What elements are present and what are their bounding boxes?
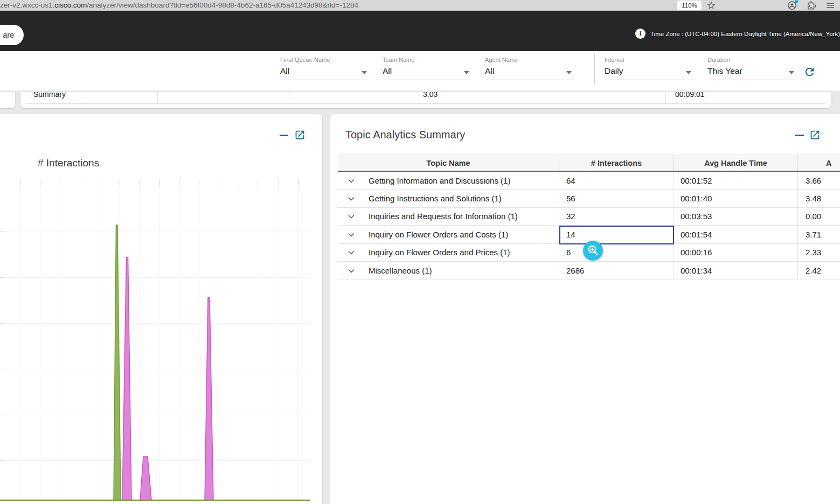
filter-value: All (280, 66, 369, 76)
open-in-new-window-icon[interactable] (294, 129, 306, 141)
expand-chevron-icon[interactable] (348, 230, 355, 239)
zoom-cursor-icon (583, 241, 603, 261)
filter-team-name[interactable]: Team NameAll (383, 57, 471, 80)
browser-zoom-badge[interactable]: 110% (677, 1, 702, 10)
filter-agent-name[interactable]: Agent NameAll (485, 57, 574, 80)
interactions-cell[interactable]: 2686 (559, 262, 674, 279)
profile-sync-dot (795, 0, 798, 3)
chevron-down-icon[interactable] (464, 71, 469, 74)
metric-cell[interactable]: 2.42 (798, 262, 840, 279)
column-header-cutoff[interactable]: A (798, 155, 840, 171)
refresh-icon[interactable] (803, 66, 816, 78)
expand-chevron-icon[interactable] (348, 176, 355, 185)
interactions-area-chart[interactable] (0, 179, 322, 504)
topic-name-text: Miscellaneous (1) (369, 266, 432, 275)
summary-cell (289, 92, 419, 104)
summary-cell (158, 92, 289, 104)
extensions-puzzle-icon[interactable] (807, 1, 816, 10)
expand-chevron-icon[interactable] (348, 212, 355, 221)
chevron-down-icon[interactable] (789, 71, 794, 74)
filter-duration[interactable]: DurationThis Year (707, 57, 796, 80)
metric-cell[interactable]: 3.48 (798, 190, 840, 207)
metric-cell[interactable]: 3.66 (798, 172, 840, 189)
interactions-chart-panel: # Interactions (0, 114, 322, 504)
panel-title: Topic Analytics Summary (345, 129, 465, 141)
column-header-avg-handle-time[interactable]: Avg Handle Time (674, 155, 798, 171)
table-row[interactable]: Miscellaneous (1)268600:01:342.42 (338, 262, 840, 279)
interactions-cell[interactable]: 56 (559, 190, 674, 207)
interactions-cell[interactable]: 64 (559, 172, 674, 189)
summary-cell: 00:09:01 (666, 92, 826, 104)
table-row[interactable]: Getting Information and Discussions (1)6… (338, 172, 840, 190)
topic-name-cell[interactable]: Getting Information and Discussions (1) (338, 172, 559, 189)
filter-label: Duration (707, 57, 796, 63)
url-text[interactable]: zer-v2.wxcc-us1.cisco.com/analyzer/view/… (0, 1, 358, 9)
filter-final-queue-name[interactable]: Final Queue NameAll (280, 57, 369, 80)
topic-name-cell[interactable]: Inquiries and Requests for Information (… (338, 208, 559, 225)
browser-address-bar: zer-v2.wxcc-us1.cisco.com/analyzer/view/… (0, 0, 840, 11)
magenta-series-spike[interactable] (140, 457, 151, 500)
topic-name-cell[interactable]: Inquiry on Flower Orders and Prices (1) (338, 244, 559, 261)
filter-toolbar: Final Queue NameAllTeam NameAllAgent Nam… (0, 51, 840, 90)
filter-value: This Year (707, 66, 796, 76)
chevron-down-icon[interactable] (362, 71, 367, 74)
chart-title: # Interactions (38, 157, 99, 169)
chevron-down-icon[interactable] (686, 71, 691, 74)
expand-chevron-icon[interactable] (348, 248, 355, 257)
summary-cell: 3.03 (419, 92, 666, 104)
metric-cell[interactable]: 3.71 (798, 226, 840, 243)
topic-analytics-table: Topic Name # Interactions Avg Handle Tim… (338, 155, 840, 279)
topic-name-text: Inquiry on Flower Orders and Prices (1) (369, 248, 510, 257)
avg-handle-time-cell[interactable]: 00:01:54 (674, 226, 798, 243)
metric-cell[interactable]: 0.00 (798, 208, 840, 225)
magenta-series-spike[interactable] (122, 257, 131, 500)
avg-handle-time-cell[interactable]: 00:01:52 (674, 172, 798, 189)
topic-name-cell[interactable]: Miscellaneous (1) (338, 262, 559, 279)
share-tab-button[interactable]: are (0, 25, 24, 45)
filter-label: Final Queue Name (280, 57, 369, 63)
column-header-topic-name[interactable]: Topic Name (338, 155, 559, 171)
chevron-down-icon[interactable] (566, 71, 572, 74)
topic-name-text: Getting Instructions and Solutions (1) (369, 194, 502, 203)
topic-name-cell[interactable]: Inquiry on Flower Orders and Costs (1) (338, 226, 559, 243)
topic-name-text: Inquiry on Flower Orders and Costs (1) (369, 230, 508, 239)
avg-handle-time-cell[interactable]: 00:01:40 (674, 190, 798, 207)
filter-value: Daily (605, 66, 693, 76)
topic-name-text: Inquiries and Requests for Information (… (369, 212, 518, 221)
summary-table-row: Summary3.0300:09:01 (26, 92, 826, 104)
app-header-bar: are i Time Zone : (UTC-04:00) Eastern Da… (0, 11, 840, 51)
avg-handle-time-cell[interactable]: 00:01:34 (674, 262, 798, 279)
open-in-new-window-icon[interactable] (809, 129, 821, 141)
avg-handle-time-cell[interactable]: 00:00:16 (674, 244, 798, 261)
bookmark-star-icon[interactable] (706, 1, 716, 10)
minimize-icon[interactable] (280, 135, 288, 136)
minimize-icon[interactable] (795, 135, 804, 136)
topic-name-cell[interactable]: Getting Instructions and Solutions (1) (338, 190, 559, 207)
info-icon: i (635, 29, 645, 39)
interactions-cell[interactable]: 6 (559, 244, 674, 261)
summary-cell: Summary (26, 92, 158, 104)
avg-handle-time-cell[interactable]: 00:03:53 (674, 208, 798, 225)
browser-menu-icon[interactable] (825, 1, 835, 10)
table-header-row: Topic Name # Interactions Avg Handle Tim… (338, 155, 840, 172)
timezone-text: Time Zone : (UTC-04:00) Eastern Daylight… (650, 31, 840, 37)
summary-table-panel: Summary3.0300:09:01 (20, 92, 831, 108)
interactions-cell[interactable]: 32 (559, 208, 674, 225)
expand-chevron-icon[interactable] (348, 266, 355, 275)
browser-profile-icon[interactable] (787, 1, 797, 10)
clipped-widget-corner (0, 92, 15, 108)
table-row[interactable]: Getting Instructions and Solutions (1)56… (338, 190, 840, 207)
table-row[interactable]: Inquiries and Requests for Information (… (338, 208, 840, 226)
filter-value: All (485, 66, 574, 76)
topic-name-text: Getting Information and Discussions (1) (369, 176, 510, 185)
filter-interval[interactable]: IntervalDaily (605, 57, 693, 80)
magenta-series-spike[interactable] (205, 297, 213, 500)
interactions-cell[interactable]: 14 (559, 226, 674, 243)
expand-chevron-icon[interactable] (348, 194, 355, 203)
column-header-interactions[interactable]: # Interactions (559, 155, 674, 171)
filter-label: Interval (605, 57, 693, 63)
topic-analytics-panel: Topic Analytics Summary Topic Name # Int… (330, 114, 840, 504)
filter-label: Team Name (383, 57, 471, 63)
filter-value: All (383, 66, 471, 76)
metric-cell[interactable]: 2.33 (798, 244, 840, 261)
